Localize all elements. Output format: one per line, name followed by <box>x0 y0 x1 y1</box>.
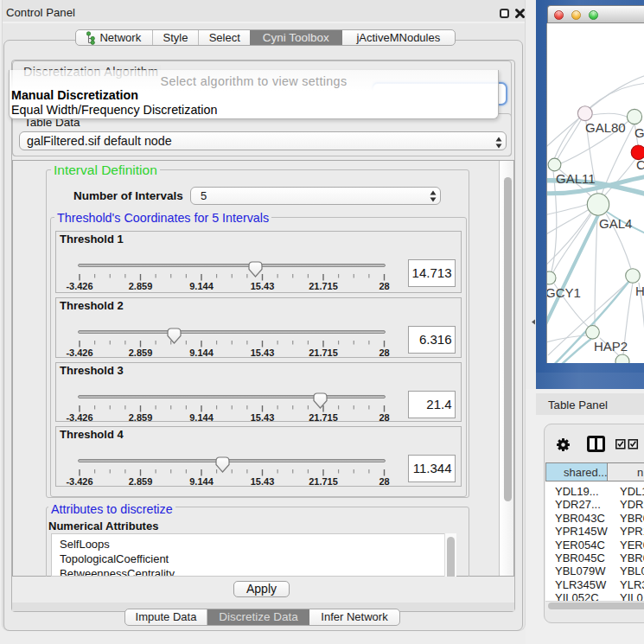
svg-text:GAL4: GAL4 <box>599 216 632 231</box>
svg-text:H: H <box>635 284 644 298</box>
svg-text:GAL: GAL <box>634 125 644 140</box>
svg-text:GAL80: GAL80 <box>585 120 626 135</box>
svg-text:C: C <box>636 157 644 172</box>
svg-text:HAP2: HAP2 <box>594 339 628 354</box>
svg-text:GAL11: GAL11 <box>556 171 596 186</box>
svg-text:GCY1: GCY1 <box>547 285 581 300</box>
